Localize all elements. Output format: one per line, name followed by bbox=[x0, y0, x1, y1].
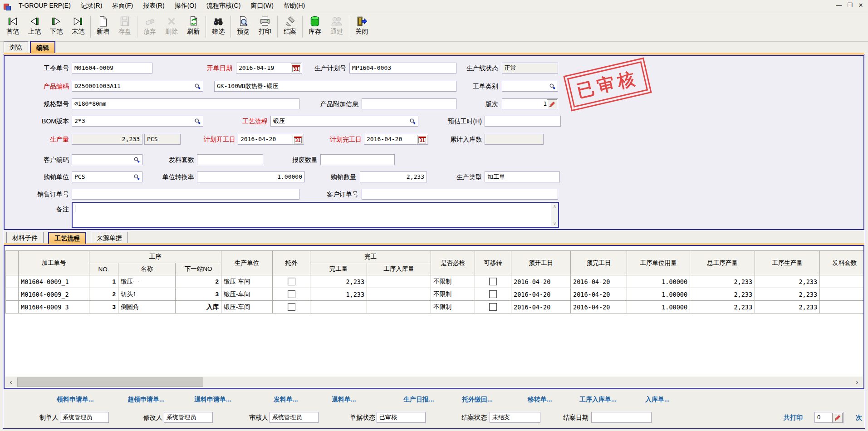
cell[interactable]: 锻压-车间 bbox=[221, 288, 273, 301]
checkbox-cell[interactable] bbox=[475, 301, 511, 313]
checkbox-cell[interactable] bbox=[273, 275, 310, 288]
checkbox-cell[interactable] bbox=[475, 275, 511, 288]
cell[interactable]: 2,233 bbox=[690, 288, 755, 301]
cell[interactable] bbox=[310, 301, 367, 313]
remark-input[interactable]: ∧ ∨ bbox=[72, 202, 559, 228]
cell[interactable]: 3 bbox=[176, 288, 221, 301]
cell[interactable]: 1,233 bbox=[310, 288, 367, 301]
doc_status-field[interactable]: 已审核 bbox=[377, 412, 426, 423]
new-button[interactable]: 新增 bbox=[92, 14, 114, 40]
bom_version-field[interactable]: 2*3 bbox=[72, 116, 203, 127]
table-row[interactable]: M01604-0009_11锻压一2锻压-车间2,233不限制2016-04-2… bbox=[6, 275, 864, 288]
menu-item-2[interactable]: 界面(F) bbox=[107, 0, 138, 12]
filter-button[interactable]: 筛选 bbox=[207, 14, 229, 40]
close-icon[interactable]: ✕ bbox=[856, 2, 865, 9]
modifier-field[interactable]: 系统管理员 bbox=[164, 412, 213, 423]
table-row[interactable]: M01604-0009_33倒圆角入库锻压-车间不限制2016-04-20201… bbox=[6, 301, 864, 313]
cell[interactable]: 不限制 bbox=[431, 275, 475, 288]
cell[interactable]: 2 bbox=[176, 275, 221, 288]
cell[interactable]: 2,233 bbox=[690, 275, 755, 288]
cell[interactable]: 2 bbox=[89, 288, 118, 301]
cell[interactable]: 1.00000 bbox=[627, 301, 690, 313]
next-record-button[interactable]: 下笔 bbox=[45, 14, 67, 40]
customer_order_no-field[interactable] bbox=[362, 189, 558, 200]
cell[interactable]: 2,233 bbox=[755, 301, 820, 313]
cell[interactable] bbox=[367, 288, 431, 301]
auditor-field[interactable]: 系统管理员 bbox=[270, 412, 319, 423]
cell[interactable]: 2,233 bbox=[310, 275, 367, 288]
cell[interactable]: 2,233 bbox=[690, 301, 755, 313]
close-case-button[interactable]: 结案 bbox=[279, 14, 301, 40]
cell[interactable]: 2,233 bbox=[755, 288, 820, 301]
doc-link-4[interactable]: 退料单... bbox=[332, 396, 356, 404]
exit-button[interactable]: 关闭 bbox=[351, 14, 373, 40]
menu-item-1[interactable]: 记录(R) bbox=[76, 0, 107, 12]
doc-link-8[interactable]: 工序入库单... bbox=[579, 396, 617, 404]
menu-item-7[interactable]: 帮助(H) bbox=[279, 0, 310, 12]
doc-link-0[interactable]: 领料申请单... bbox=[57, 396, 94, 404]
inventory-button[interactable]: 库存 bbox=[304, 14, 326, 40]
checkbox-icon[interactable] bbox=[288, 278, 295, 285]
cell[interactable]: 切头1 bbox=[118, 288, 176, 301]
total_in_stock-field[interactable] bbox=[485, 134, 544, 145]
table-row[interactable]: M01604-0009_22切头13锻压-车间1,233不限制2016-04-2… bbox=[6, 288, 864, 301]
doc-link-5[interactable]: 生产日报... bbox=[403, 396, 434, 404]
cell[interactable]: 入库 bbox=[176, 301, 221, 313]
doc-link-2[interactable]: 退料申请单... bbox=[194, 396, 231, 404]
cell[interactable]: 2,233 bbox=[755, 275, 820, 288]
menu-item-4[interactable]: 操作(O) bbox=[170, 0, 201, 12]
cell[interactable]: 锻压一 bbox=[118, 275, 176, 288]
row-selector[interactable] bbox=[6, 301, 19, 313]
cell[interactable]: 2016-04-20 bbox=[511, 288, 571, 301]
cell[interactable]: M01604-0009_1 bbox=[19, 275, 89, 288]
menu-item-6[interactable]: 窗口(W) bbox=[245, 0, 279, 12]
cell[interactable] bbox=[367, 301, 431, 313]
maker-field[interactable]: 系统管理员 bbox=[60, 412, 109, 423]
tab-工艺流程[interactable]: 工艺流程 bbox=[48, 232, 86, 244]
cell[interactable]: 2016-04-20 bbox=[571, 301, 627, 313]
tab-编辑[interactable]: 编辑 bbox=[30, 41, 55, 53]
checkbox-cell[interactable] bbox=[475, 288, 511, 301]
spec-field[interactable]: ⌀180*80mm bbox=[72, 98, 299, 109]
cell[interactable] bbox=[820, 301, 863, 313]
refresh-button[interactable]: 刷新 bbox=[182, 14, 204, 40]
close_date-field[interactable] bbox=[591, 412, 652, 423]
process_flow-field[interactable]: 锻压 bbox=[270, 116, 418, 127]
print-count-field[interactable]: 0 bbox=[814, 412, 843, 423]
menu-item-5[interactable]: 流程审核(C) bbox=[201, 0, 245, 12]
checkbox-icon[interactable] bbox=[288, 290, 295, 298]
row-selector[interactable] bbox=[6, 288, 19, 301]
scroll-left-icon[interactable]: ‹ bbox=[6, 377, 15, 387]
tab-来源单据[interactable]: 来源单据 bbox=[91, 232, 128, 244]
line_status-field[interactable]: 正常 bbox=[502, 63, 558, 73]
cell[interactable]: M01604-0009_2 bbox=[19, 288, 89, 301]
cell[interactable]: 不限制 bbox=[431, 288, 475, 301]
minimize-icon[interactable]: — bbox=[834, 2, 843, 9]
checkbox-cell[interactable] bbox=[273, 288, 310, 301]
cell[interactable]: 2016-04-20 bbox=[571, 275, 627, 288]
prod_qty-field[interactable]: 2,233 bbox=[72, 134, 142, 145]
version-field[interactable]: 1 bbox=[502, 98, 558, 109]
product_name-field[interactable]: GK-100WB散热器-锻压 bbox=[214, 81, 456, 92]
cell[interactable]: 倒圆角 bbox=[118, 301, 176, 313]
cell[interactable] bbox=[820, 275, 863, 288]
doc-link-3[interactable]: 发料单... bbox=[274, 396, 298, 404]
close_status-field[interactable]: 未结案 bbox=[490, 412, 540, 423]
edit-pencil-icon[interactable] bbox=[832, 413, 843, 423]
sales_order_no-field[interactable] bbox=[72, 189, 299, 200]
restore-icon[interactable]: ❐ bbox=[845, 2, 854, 9]
horizontal-scrollbar[interactable]: ‹ › bbox=[5, 377, 863, 387]
menu-item-3[interactable]: 报表(R) bbox=[138, 0, 169, 12]
checkbox-icon[interactable] bbox=[489, 303, 497, 311]
cell[interactable]: 2016-04-20 bbox=[511, 275, 571, 288]
checkbox-icon[interactable] bbox=[489, 290, 497, 298]
cell[interactable]: 锻压-车间 bbox=[221, 275, 273, 288]
preview-button[interactable]: 预览 bbox=[232, 14, 254, 40]
cell[interactable]: 2016-04-20 bbox=[571, 288, 627, 301]
lookup-magnifier-icon[interactable] bbox=[548, 82, 557, 91]
doc-link-7[interactable]: 移转单... bbox=[528, 396, 552, 404]
cell[interactable]: 1.00000 bbox=[627, 288, 690, 301]
menu-item-0[interactable]: T-GROUP ERP(E) bbox=[14, 0, 76, 11]
print-button[interactable]: 打印 bbox=[254, 14, 276, 40]
checkbox-icon[interactable] bbox=[489, 278, 497, 285]
